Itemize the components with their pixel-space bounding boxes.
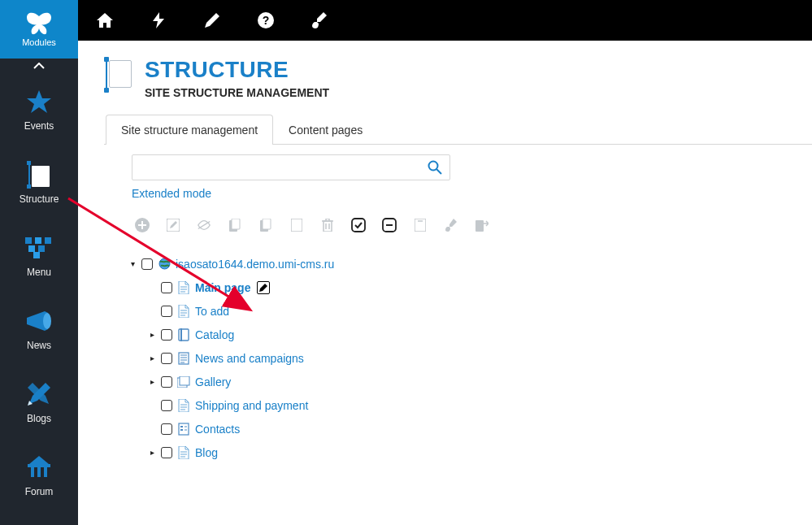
tree-expand-arrow[interactable]: ▸ [148,377,156,386]
page-icon [177,446,190,459]
svg-rect-22 [232,219,240,229]
tool-check-icon[interactable] [351,218,366,232]
tree-checkbox[interactable] [161,400,172,411]
edit-icon[interactable] [257,281,270,294]
svg-rect-5 [35,237,41,244]
pen-icon[interactable] [185,0,239,41]
search-input[interactable] [132,154,450,180]
tree-node-label[interactable]: Catalog [195,328,234,341]
tree-checkbox[interactable] [161,353,172,364]
svg-text:?: ? [263,14,270,27]
tree-checkbox[interactable] [161,329,172,341]
structure-page-icon [104,57,133,93]
tool-add-icon[interactable] [135,218,150,232]
svg-line-17 [436,169,441,174]
sidebar-modules[interactable]: Modules [0,0,78,59]
svg-rect-6 [45,237,51,244]
svg-rect-8 [38,245,45,252]
search-icon[interactable] [428,160,442,175]
topbar: ? [78,0,812,41]
forum-icon [26,453,52,481]
tool-uncheck-icon[interactable] [382,218,397,232]
toolbar [135,218,786,232]
tool-copy-icon[interactable] [228,218,242,232]
sidebar-item-forum[interactable]: Forum [0,439,78,512]
tree-checkbox[interactable] [161,447,172,458]
svg-point-10 [43,313,51,329]
tree-node-label[interactable]: Gallery [195,375,231,388]
content: Extended mode ▾ isaosato1644.demo.umi-cm… [104,154,786,464]
svg-rect-37 [180,376,189,385]
tree-root-label[interactable]: isaosato1644.demo.umi-cms.ru [176,258,334,271]
page-icon [177,399,190,412]
sidebar-item-label: Forum [25,486,54,497]
sidebar-modules-label: Modules [22,37,56,47]
svg-rect-9 [33,252,40,258]
search-wrap [132,154,450,180]
tree-checkbox[interactable] [161,423,172,435]
tree-expand-arrow[interactable]: ▸ [148,354,156,362]
tree-node-label[interactable]: Contacts [195,423,240,436]
sidebar-item-blogs[interactable]: Blogs [0,366,78,439]
sidebar-item-menu[interactable]: Menu [0,219,78,293]
pencils-icon [26,380,52,408]
tree-expand-arrow[interactable]: ▸ [148,448,156,457]
tool-doc-icon[interactable] [289,218,304,232]
svg-rect-33 [179,329,189,341]
bolt-icon[interactable] [132,0,185,41]
tree-expand-arrow[interactable]: ▾ [128,259,137,268]
tree-node-label[interactable]: Shipping and payment [195,399,308,412]
tree-root-row: ▾ isaosato1644.demo.umi-cms.ru [128,252,786,276]
help-icon[interactable]: ? [239,0,293,41]
tree-node-label[interactable]: Main page [195,281,250,294]
tool-visibility-icon[interactable] [197,218,211,232]
svg-rect-25 [291,219,302,232]
tree-row: ▸Catalog [128,323,786,346]
svg-rect-12 [37,467,41,477]
tool-template-icon[interactable] [413,218,428,232]
svg-rect-31 [475,220,484,232]
brush-icon[interactable] [293,0,346,41]
news-icon [177,352,190,365]
extended-mode-link[interactable]: Extended mode [132,187,786,200]
butterfly-icon [24,11,54,36]
tool-export-icon[interactable] [475,218,489,232]
tree-node-label[interactable]: News and campaigns [195,352,304,365]
svg-rect-39 [180,426,183,427]
tool-brush-icon[interactable] [444,218,458,232]
sidebar-collapse[interactable] [0,59,78,73]
sidebar-item-label: Structure [20,193,59,205]
sidebar-item-news[interactable]: News [0,293,78,366]
chevron-up-icon [33,63,45,69]
tool-copy2-icon[interactable] [258,218,273,232]
tab-content-pages[interactable]: Content pages [273,115,378,145]
sidebar-item-events[interactable]: Events [0,73,78,146]
tree-node-label[interactable]: To add [195,305,229,318]
tool-edit-icon[interactable] [166,218,180,232]
tree-node-label[interactable]: Blog [195,446,218,459]
svg-point-32 [159,258,170,269]
tree-expand-arrow[interactable]: ▸ [148,330,156,339]
svg-rect-34 [180,328,182,341]
page-subtitle: SITE STRUCTURE MANAGEMENT [145,86,329,99]
sidebar: Modules Events Structure Menu News Blogs [0,0,78,525]
tool-trash-icon[interactable] [320,218,335,232]
tree-row: ▸News and campaigns [128,346,786,370]
tree-row: Main page [128,276,786,299]
svg-rect-7 [28,245,35,252]
tree-checkbox[interactable] [141,258,153,270]
tree-checkbox[interactable] [161,282,172,293]
page-icon [177,305,190,318]
sidebar-item-structure[interactable]: Structure [0,146,78,219]
svg-rect-13 [44,467,47,477]
tab-site-structure[interactable]: Site structure management [106,115,273,145]
page-header: STRUCTURE SITE STRUCTURE MANAGEMENT [78,41,812,99]
home-icon[interactable] [78,0,132,41]
svg-rect-24 [263,219,271,229]
tree-checkbox[interactable] [161,376,172,388]
svg-point-16 [429,162,438,171]
tree-checkbox[interactable] [161,306,172,317]
sidebar-item-label: News [27,340,51,351]
tree-row: Shipping and payment [128,393,786,417]
tree-row: ▸Blog [128,440,786,464]
